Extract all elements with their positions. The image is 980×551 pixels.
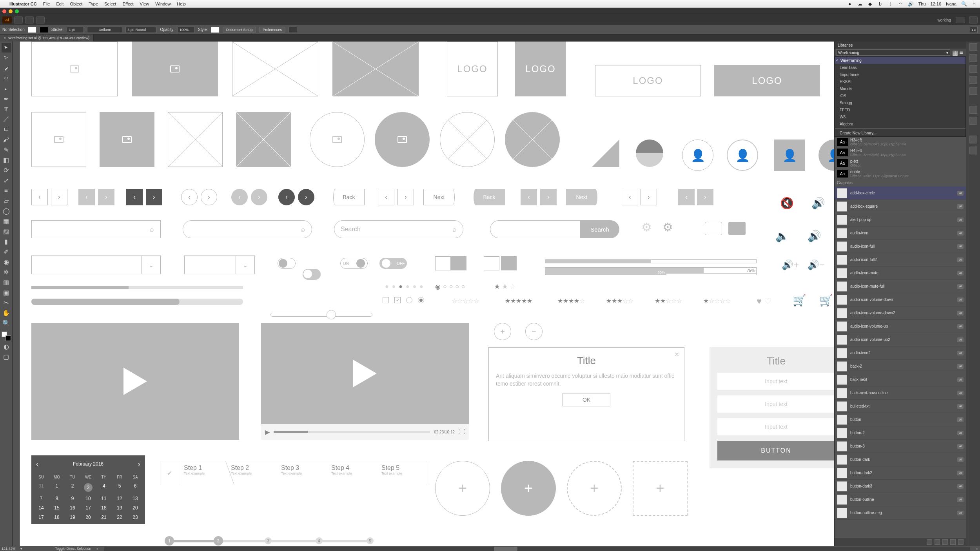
status-wifi-icon[interactable]: ⌔ bbox=[898, 1, 904, 7]
workspace-switcher[interactable]: working bbox=[938, 18, 953, 22]
graphic-row[interactable]: audio-icon-volume-upAi bbox=[835, 320, 966, 333]
preferences-button[interactable]: Preferences bbox=[259, 27, 285, 33]
status-user[interactable]: Ivana bbox=[946, 2, 956, 6]
zoom-readout[interactable]: 121,42% bbox=[2, 547, 16, 551]
graphic-row[interactable]: audio-iconAi bbox=[835, 227, 966, 240]
close-window-button[interactable] bbox=[2, 9, 6, 13]
document-tab[interactable]: × Wireframing set.ai @ 121,42% (RGB/GPU … bbox=[0, 34, 94, 42]
graphic-row[interactable]: alert-pop-upAi bbox=[835, 213, 966, 227]
brush-select[interactable]: 3 pt. Round bbox=[125, 27, 157, 33]
lib-foot-btn-3[interactable] bbox=[942, 539, 948, 545]
stroke-weight-field[interactable]: 1 pt bbox=[67, 27, 84, 33]
blend-tool[interactable]: ◉ bbox=[2, 257, 11, 266]
status-evernote-icon[interactable]: ● bbox=[847, 1, 853, 7]
scale-tool[interactable]: ⤢ bbox=[2, 176, 11, 185]
create-library-option[interactable]: Create New Library... bbox=[835, 129, 965, 136]
close-tab-icon[interactable]: × bbox=[4, 36, 6, 40]
library-selector[interactable]: Wireframing▾ bbox=[836, 49, 950, 56]
canvas-area[interactable]: LOGO LOGO LOGO LOGO 👤 👤 👤 👤 ‹ › ‹ › bbox=[13, 42, 834, 546]
column-graph-tool[interactable]: ▥ bbox=[2, 277, 11, 287]
fill-stroke-control[interactable] bbox=[2, 332, 11, 341]
hand-tool[interactable]: ✋ bbox=[2, 308, 11, 317]
library-option[interactable]: Algebra bbox=[835, 120, 965, 127]
char-style-row[interactable]: AaquoteGibson, Italic, 11pt, Alignment C… bbox=[835, 169, 966, 179]
curvature-tool[interactable]: ✒ bbox=[2, 94, 11, 103]
graphic-row[interactable]: audio-icon-mute-fullAi bbox=[835, 280, 966, 293]
graphic-row[interactable]: audio-icon-volume-up2Ai bbox=[835, 333, 966, 346]
gpu-preview-button[interactable] bbox=[36, 16, 45, 24]
menu-type[interactable]: Type bbox=[89, 2, 98, 6]
library-option[interactable]: Wireframing bbox=[835, 57, 965, 64]
library-option[interactable]: iOS bbox=[835, 92, 965, 99]
graphic-row[interactable]: button-outline-negAi bbox=[835, 506, 966, 520]
lib-foot-btn-1[interactable] bbox=[927, 539, 932, 545]
graphic-row[interactable]: audio-icon2Ai bbox=[835, 346, 966, 360]
graphic-row[interactable]: add-box-squareAi bbox=[835, 200, 966, 213]
fullscreen-window-button[interactable] bbox=[15, 9, 19, 13]
type-tool[interactable]: T bbox=[2, 104, 11, 114]
menu-select[interactable]: Select bbox=[104, 2, 116, 6]
rail-stroke-button[interactable] bbox=[969, 65, 977, 73]
free-transform-tool[interactable]: ▱ bbox=[2, 196, 11, 205]
rail-gradient-button[interactable] bbox=[969, 76, 977, 84]
library-option[interactable]: Monoki bbox=[835, 85, 965, 92]
draw-mode-button[interactable]: ◐ bbox=[2, 342, 11, 351]
list-view-button[interactable]: ≡ bbox=[958, 49, 964, 56]
document-setup-button[interactable]: Document Setup bbox=[223, 27, 256, 33]
bridge-button[interactable] bbox=[14, 16, 23, 24]
symbol-sprayer-tool[interactable]: ✲ bbox=[2, 267, 11, 277]
workspace-menu-button[interactable] bbox=[956, 17, 965, 23]
status-app-icon[interactable]: b bbox=[878, 1, 883, 7]
lib-delete-button[interactable] bbox=[958, 539, 964, 545]
menu-help[interactable]: Help bbox=[177, 2, 186, 6]
status-time[interactable]: 12:16 bbox=[931, 2, 942, 6]
graphic-row[interactable]: button-2Ai bbox=[835, 426, 966, 440]
menu-window[interactable]: Window bbox=[155, 2, 171, 6]
paintbrush-tool[interactable]: 🖌 bbox=[2, 135, 11, 144]
graphic-row[interactable]: audio-icon-fullAi bbox=[835, 240, 966, 253]
direct-selection-tool[interactable] bbox=[2, 53, 11, 63]
graphic-row[interactable]: bulleted-txtAi bbox=[835, 400, 966, 413]
notification-center-icon[interactable]: ≡ bbox=[971, 1, 977, 7]
stroke-color-swatch[interactable] bbox=[5, 335, 11, 341]
rail-graphic-styles-button[interactable] bbox=[969, 117, 977, 125]
rail-appearance-button[interactable] bbox=[969, 106, 977, 114]
zoom-tool[interactable]: 🔍 bbox=[2, 318, 11, 328]
graphic-style-swatch[interactable] bbox=[211, 27, 220, 33]
graphic-row[interactable]: button-dark3Ai bbox=[835, 480, 966, 493]
lasso-tool[interactable] bbox=[2, 74, 11, 83]
menu-app[interactable]: Illustrator CC bbox=[9, 2, 37, 6]
rail-color-button[interactable] bbox=[969, 43, 977, 51]
arrange-docs-button[interactable] bbox=[25, 16, 34, 24]
char-style-row[interactable]: Aap-txtGibson bbox=[835, 158, 966, 169]
library-option[interactable]: HKKPI bbox=[835, 78, 965, 85]
graphic-row[interactable]: button-3Ai bbox=[835, 440, 966, 453]
screen-mode-button[interactable]: ▢ bbox=[2, 352, 11, 361]
status-cloud-icon[interactable]: ☁ bbox=[857, 1, 863, 7]
lib-foot-btn-2[interactable] bbox=[935, 539, 940, 545]
rotate-tool[interactable]: ⟳ bbox=[2, 165, 11, 175]
graphic-row[interactable]: add-box-circleAi bbox=[835, 187, 966, 200]
status-bluetooth-icon[interactable]: ᛒ bbox=[888, 1, 893, 7]
lib-add-button[interactable] bbox=[950, 539, 956, 545]
slice-tool[interactable]: ✂ bbox=[2, 298, 11, 307]
eraser-tool[interactable]: ◧ bbox=[2, 155, 11, 165]
char-style-row[interactable]: AaH3-leftGibson, SemiBold, 20pt, Hyphena… bbox=[835, 137, 966, 147]
control-bar-menu-button[interactable]: ▸≡ bbox=[970, 27, 978, 33]
graphic-row[interactable]: audio-icon-muteAi bbox=[835, 266, 966, 280]
pen-tool[interactable] bbox=[2, 84, 11, 93]
graphic-row[interactable]: audio-icon-full2Ai bbox=[835, 253, 966, 266]
menu-object[interactable]: Object bbox=[70, 2, 82, 6]
stroke-profile-select[interactable]: Uniform bbox=[87, 27, 122, 33]
eyedropper-tool[interactable]: ✐ bbox=[2, 247, 11, 256]
grid-view-button[interactable]: ▦ bbox=[952, 49, 958, 56]
stroke-swatch[interactable] bbox=[40, 27, 48, 33]
rail-layers-button[interactable] bbox=[969, 136, 977, 143]
graphic-row[interactable]: audio-icon-volume-down2Ai bbox=[835, 306, 966, 320]
search-toolbar-button[interactable] bbox=[969, 16, 978, 24]
libraries-tab[interactable]: Libraries bbox=[835, 42, 966, 49]
pencil-tool[interactable]: ✎ bbox=[2, 145, 11, 154]
graphic-row[interactable]: buttonAi bbox=[835, 413, 966, 426]
width-tool[interactable]: ≡ bbox=[2, 186, 11, 195]
shape-builder-tool[interactable]: ◯ bbox=[2, 206, 11, 216]
